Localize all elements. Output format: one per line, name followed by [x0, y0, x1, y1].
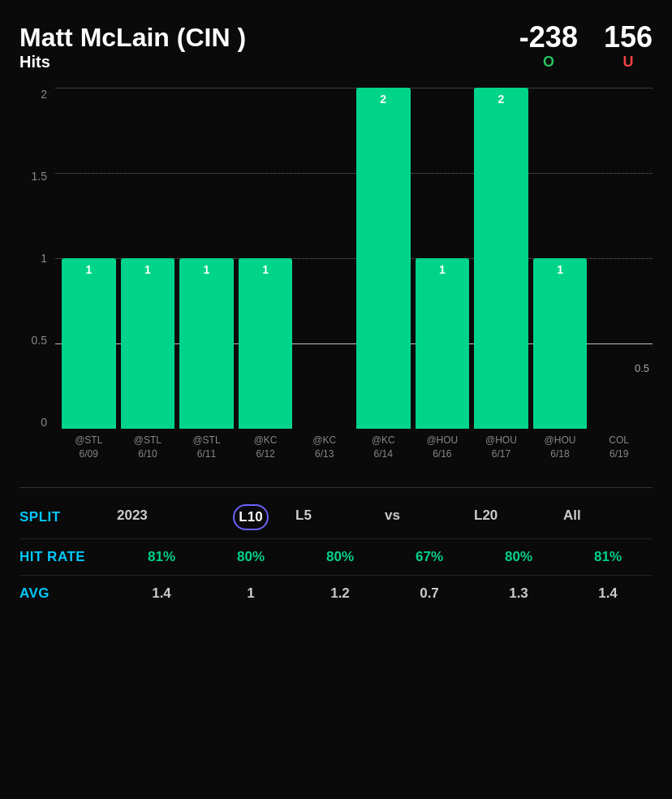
bar-7: 2: [474, 88, 528, 429]
hit-rate-2023: 81%: [117, 549, 206, 565]
avg-l20: 1.3: [474, 585, 563, 602]
bar-group-2: 1: [179, 88, 234, 429]
col-vs[interactable]: vs: [385, 507, 474, 524]
bar-value-0: 1: [85, 263, 92, 276]
bar-group-9: [592, 88, 646, 429]
bar-group-5: 2: [356, 88, 411, 429]
odds-container: -238 O 156 U: [519, 23, 653, 71]
bar-8: 1: [533, 258, 588, 429]
over-odds-value: -238: [519, 23, 578, 52]
player-name: Matt McLain (CIN ) Hits: [19, 23, 246, 84]
x-labels: @STL6/09@STL6/10@STL6/11@KC6/12@KC6/13@K…: [55, 429, 653, 477]
bar-value-8: 1: [557, 263, 563, 276]
y-label-1: 1: [19, 252, 52, 265]
avg-l5: 1.2: [295, 585, 385, 602]
col-l10[interactable]: L10: [206, 504, 295, 530]
hit-rate-all: 81%: [563, 549, 653, 565]
avg-2023: 1.4: [117, 585, 206, 602]
bar-value-2: 1: [204, 263, 210, 276]
hit-rate-l20: 80%: [474, 549, 563, 565]
bar-group-6: 1: [416, 88, 470, 429]
bar-group-1: 1: [121, 88, 175, 429]
bar-value-7: 2: [498, 93, 505, 106]
avg-label: AVG: [19, 585, 117, 602]
y-label-05: 0.5: [19, 334, 52, 347]
avg-all: 1.4: [563, 585, 653, 602]
x-label-7: @HOU6/17: [474, 429, 528, 477]
hit-rate-l5: 80%: [295, 549, 385, 565]
split-col-label: SPLIT: [19, 509, 117, 525]
chart-area: 2 1.5 1 0.5 0 0.5 11112121 @STL6/09@STL6…: [19, 88, 653, 477]
stats-divider-1: [19, 538, 653, 539]
bar-5: 2: [356, 88, 411, 429]
over-odds-block: -238 O: [519, 23, 578, 71]
bar-value-5: 2: [380, 93, 386, 106]
l10-selected[interactable]: L10: [233, 504, 269, 530]
under-odds-value: 156: [604, 23, 653, 52]
hit-rate-vs: 67%: [385, 549, 474, 565]
x-label-9: COL6/19: [592, 429, 646, 477]
bar-value-1: 1: [144, 263, 151, 276]
bar-6: 1: [416, 258, 470, 429]
col-2023[interactable]: 2023: [117, 507, 206, 524]
col-all[interactable]: All: [563, 507, 653, 524]
y-axis: 2 1.5 1 0.5 0: [19, 88, 52, 429]
under-label: U: [622, 54, 633, 71]
x-label-5: @KC6/14: [356, 429, 411, 477]
col-l5[interactable]: L5: [295, 507, 385, 524]
bars-container: 11112121: [55, 88, 653, 429]
avg-row: AVG 1.4 1 1.2 0.7 1.3 1.4: [19, 577, 653, 610]
over-label: O: [543, 54, 554, 71]
col-l20[interactable]: L20: [474, 507, 563, 524]
x-label-2: @STL6/11: [179, 429, 234, 477]
bar-value-3: 1: [262, 263, 269, 276]
x-label-3: @KC6/12: [239, 429, 293, 477]
hit-rate-label: HIT RATE: [19, 549, 117, 565]
hit-rate-row: HIT RATE 81% 80% 80% 67% 80% 81%: [19, 541, 653, 573]
header: Matt McLain (CIN ) Hits -238 O 156 U: [19, 23, 653, 84]
main-container: Matt McLain (CIN ) Hits -238 O 156 U 2 1…: [0, 0, 672, 799]
bar-group-8: 1: [533, 88, 588, 429]
main-divider: [19, 487, 653, 488]
bar-group-3: 1: [239, 88, 293, 429]
bar-group-0: 1: [62, 88, 116, 429]
stats-divider-2: [19, 575, 653, 576]
bar-1: 1: [121, 258, 175, 429]
bar-0: 1: [62, 258, 116, 429]
x-label-4: @KC6/13: [297, 429, 351, 477]
player-name-text: Matt McLain (CIN ): [19, 23, 246, 53]
stats-table: SPLIT 2023 L10 L5 vs L20 All HIT RATE 81…: [19, 498, 653, 610]
stats-header-row: SPLIT 2023 L10 L5 vs L20 All: [19, 498, 653, 537]
x-label-0: @STL6/09: [62, 429, 116, 477]
x-label-8: @HOU6/18: [533, 429, 588, 477]
bar-3: 1: [239, 258, 293, 429]
y-label-2: 2: [19, 88, 52, 101]
x-label-6: @HOU6/16: [416, 429, 470, 477]
y-label-15: 1.5: [19, 170, 52, 183]
bar-value-6: 1: [439, 263, 446, 276]
avg-l10: 1: [206, 585, 295, 602]
hit-rate-l10: 80%: [206, 549, 295, 565]
bar-group-7: 2: [474, 88, 528, 429]
x-label-1: @STL6/10: [121, 429, 175, 477]
y-label-0: 0: [19, 416, 52, 429]
under-odds-block: 156 U: [604, 23, 653, 71]
avg-vs: 0.7: [385, 585, 474, 602]
bar-2: 1: [179, 258, 234, 429]
stat-label: Hits: [19, 53, 246, 71]
bar-group-4: [297, 88, 351, 429]
